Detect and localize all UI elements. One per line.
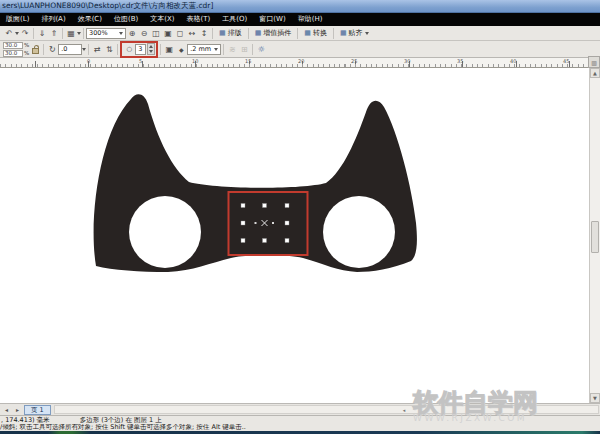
- undo-icon[interactable]: ↶: [3, 27, 15, 39]
- separator: [223, 44, 224, 55]
- scroll-up-icon[interactable]: ▲: [590, 68, 600, 78]
- title-bar: sers\LUANPHONE8090\Desktop\cdr文件\方向相改天蓝.…: [0, 0, 600, 13]
- ruler-label: 40: [510, 58, 516, 64]
- redo-icon[interactable]: ↷: [19, 27, 31, 39]
- scale-fields: 30.0 % 30.0 %: [3, 42, 29, 57]
- polygon-points-stepper[interactable]: [147, 43, 155, 55]
- cursor-position: , 174.413) 毫米: [1, 416, 50, 424]
- ruler-label: 30: [404, 58, 410, 64]
- convert-button[interactable]: ▦ 转换: [300, 28, 331, 38]
- ruler-corner-button[interactable]: ▥: [588, 56, 600, 68]
- vertical-scrollbar[interactable]: ▲ ▼: [589, 68, 600, 403]
- drawing-canvas[interactable]: ▲ ▼: [0, 68, 600, 403]
- zoom-page-icon[interactable]: ◻: [174, 27, 186, 39]
- menu-item-arrange[interactable]: 排列(A): [35, 13, 71, 26]
- window-title: sers\LUANPHONE8090\Desktop\cdr文件\方向相改天蓝.…: [2, 1, 213, 10]
- export-icon[interactable]: ⇑: [48, 27, 60, 39]
- vertical-scrollbar-thumb[interactable]: [591, 221, 599, 253]
- typesetting-label: 排版: [228, 28, 242, 38]
- outline-width-value: .2 mm: [190, 45, 211, 53]
- menu-item-help[interactable]: 帮助(H): [292, 13, 329, 26]
- snap-label: 贴齐: [349, 28, 363, 38]
- page-tab[interactable]: 页 1: [24, 405, 51, 415]
- separator: [62, 28, 63, 39]
- polygon-icon: ○: [123, 43, 135, 55]
- grid-icon: ▦: [219, 29, 226, 37]
- menu-item-window[interactable]: 窗口(W): [253, 13, 291, 26]
- outline-width-caret-icon: [214, 48, 218, 51]
- zoom-actual-icon[interactable]: ◫: [150, 27, 162, 39]
- menu-item-effects[interactable]: 效果(C): [72, 13, 108, 26]
- tool-hint: /倾斜; 双击工具可选择所有对象; 按住 Shift 键单击可选择多个对象; 按…: [0, 424, 246, 431]
- menu-item-table[interactable]: 表格(T): [181, 13, 217, 26]
- zoom-width-icon[interactable]: ↔: [186, 27, 198, 39]
- app-launcher-dropdown-icon[interactable]: [77, 32, 81, 35]
- percent-label: %: [24, 50, 29, 56]
- lock-ratio-icon[interactable]: [32, 48, 39, 54]
- next-page-icon[interactable]: ▸: [13, 406, 22, 413]
- zoom-in-icon[interactable]: ⊕: [126, 27, 138, 39]
- separator: [33, 28, 34, 39]
- separator: [252, 44, 253, 55]
- convert-label: 转换: [313, 28, 327, 38]
- disabled-tool-icon: ⊞: [238, 43, 250, 55]
- right-eye-cutout: [323, 196, 395, 268]
- zoom-level-combo[interactable]: 300%: [86, 28, 126, 39]
- polygon-points-field[interactable]: 3: [135, 44, 146, 55]
- typesetting-button[interactable]: ▦ 排版: [215, 28, 246, 38]
- snap-button[interactable]: ▦ 贴齐: [336, 28, 373, 38]
- ruler-label: 5: [139, 58, 142, 64]
- percent-label: %: [24, 42, 29, 48]
- menu-item-text[interactable]: 文本(X): [144, 13, 180, 26]
- scroll-down-icon[interactable]: ▼: [590, 393, 600, 403]
- ruler-label: 0: [87, 58, 90, 64]
- app-launcher-icon[interactable]: ▦: [65, 27, 77, 39]
- horizontal-scrollbar[interactable]: ◂: [54, 405, 599, 414]
- ruler-label: 10: [192, 58, 198, 64]
- ruler-label: 15: [245, 58, 251, 64]
- menu-item-bitmaps[interactable]: 位图(B): [108, 13, 144, 26]
- plugins-button[interactable]: ▦ 增值插件: [251, 28, 296, 38]
- zoom-selection-icon[interactable]: ▣: [162, 27, 174, 39]
- zoom-level-value: 300%: [89, 29, 108, 37]
- status-bar: , 174.413) 毫米 多边形 (3个边) 在 图层 1 上 /倾斜; 双击…: [0, 415, 600, 431]
- zoom-out-icon[interactable]: ⊖: [138, 27, 150, 39]
- text-wrap-icon[interactable]: ▣: [163, 43, 175, 55]
- left-eye-cutout: [129, 196, 201, 268]
- mirror-horizontal-icon[interactable]: ⇄: [91, 43, 103, 55]
- separator: [117, 44, 118, 55]
- zoom-height-icon[interactable]: ↕: [198, 27, 210, 39]
- spin-down-icon[interactable]: [149, 50, 153, 53]
- hscroll-left-icon[interactable]: ◂: [403, 406, 406, 414]
- import-icon[interactable]: ⇓: [36, 27, 48, 39]
- page-bar: ◂ ▸ 页 1 ◂: [0, 403, 600, 415]
- grid-icon: ▦: [304, 29, 311, 37]
- ruler-label: 35: [457, 58, 463, 64]
- outline-width-combo[interactable]: .2 mm: [187, 44, 221, 55]
- menu-bar: 版面(L) 排列(A) 效果(C) 位图(B) 文本(X) 表格(T) 工具(O…: [0, 13, 600, 26]
- polygon-points-highlight: ○ 3: [120, 41, 158, 58]
- artwork: [0, 68, 600, 403]
- separator: [88, 44, 89, 55]
- scale-height-field[interactable]: 30.0: [3, 50, 23, 57]
- previous-page-icon[interactable]: ◂: [2, 406, 11, 413]
- standard-toolbar: ↶ ↷ ⇓ ⇑ ▦ 300% ⊕ ⊖ ◫ ▣ ◻ ↔ ↕ ▦ 排版 ▦ 增值插件: [0, 26, 600, 41]
- spin-up-icon[interactable]: [149, 45, 153, 48]
- mirror-vertical-icon[interactable]: ⇅: [103, 43, 115, 55]
- rotation-icon: ↻: [46, 43, 58, 55]
- ruler-label: 25: [351, 58, 357, 64]
- horizontal-ruler: 0 5 10 15 20 25 30 35 40 45: [0, 58, 588, 68]
- menu-item-tools[interactable]: 工具(O): [216, 13, 253, 26]
- ruler-label: 20: [298, 58, 304, 64]
- rotation-caret-icon[interactable]: [82, 48, 86, 51]
- ruler-label: 45: [563, 58, 569, 64]
- rotation-angle-field[interactable]: .0: [58, 44, 82, 55]
- separator: [83, 28, 84, 39]
- grid-icon: ▦: [340, 29, 347, 37]
- snap-caret-icon: [365, 32, 369, 35]
- separator: [43, 44, 44, 55]
- scale-width-field[interactable]: 30.0: [3, 42, 23, 49]
- settings-gear-icon[interactable]: ☼: [255, 43, 267, 55]
- coreldraw-window: sers\LUANPHONE8090\Desktop\cdr文件\方向相改天蓝.…: [0, 0, 600, 434]
- menu-item-layout[interactable]: 版面(L): [0, 13, 35, 26]
